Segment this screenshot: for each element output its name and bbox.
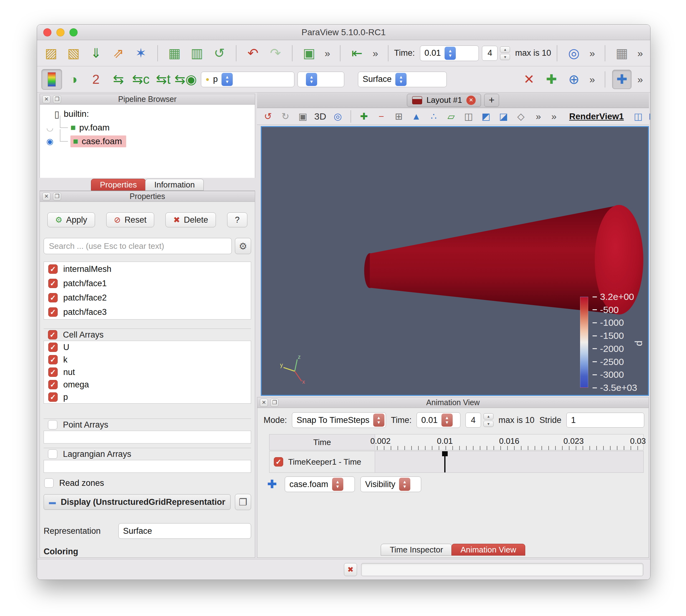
close-panel-icon[interactable]: ✕ [260,399,268,407]
zoom-closest-icon[interactable]: ⊕ [564,70,583,89]
stepper-arrows-icon[interactable] [445,47,456,60]
representation-toolbar-combobox[interactable]: Surface [358,72,447,87]
traffic-close-button[interactable] [43,28,51,37]
array-row[interactable]: patch/face3 [44,305,251,319]
array-checkbox[interactable] [48,264,58,274]
pipeline-item-casefoam[interactable]: ◉ ■ case.foam [40,134,255,148]
open-file-icon[interactable]: ▨ [41,44,61,63]
color-map-editor-button[interactable] [41,69,62,90]
time-combobox[interactable]: 0.01 [420,45,479,61]
reset-button[interactable]: ⊘ Reset [106,213,154,227]
array-checkbox[interactable] [48,343,58,352]
interactive-select-cells-icon[interactable]: ◩ [479,109,493,124]
cell-arrays-checkbox[interactable] [48,330,57,339]
rescale-to-visible-range-icon[interactable]: ⇆◉ [176,70,195,89]
zoom-box-icon[interactable]: ◎ [330,109,345,124]
undo-icon[interactable]: ↶ [243,44,263,63]
calculator-icon[interactable]: ▦ [612,44,631,63]
select-cells-through-icon[interactable]: ▱ [444,109,458,124]
tab-animation-view[interactable]: Animation View [451,544,525,555]
select-points-through-icon[interactable]: ◫ [462,109,476,124]
pipeline-item-pvfoam[interactable]: ◡ ■ pv.foam [40,121,255,134]
camera-redo-icon[interactable]: ↻ [278,109,293,124]
point-arrays-checkbox[interactable] [48,420,57,430]
array-row[interactable]: U [44,341,251,353]
export-scene-icon[interactable]: ⇗ [109,44,128,63]
redo-icon[interactable]: ↷ [266,44,285,63]
float-panel-icon[interactable]: ❐ [53,95,61,103]
stepper-arrows-icon[interactable] [399,478,410,491]
track-source-combobox[interactable]: case.foam [285,477,355,492]
cancel-progress-icon[interactable]: ✖ [344,563,357,576]
display-section-header[interactable]: ▬ Display (UnstructuredGridRepresentatio… [44,494,231,510]
representation-combobox[interactable]: Surface [119,523,251,539]
array-row[interactable]: nut [44,366,251,378]
spin-arrows-icon[interactable] [484,413,493,427]
track-enabled-checkbox[interactable] [274,457,283,466]
stepper-arrows-icon[interactable] [221,73,233,86]
anim-frame-spinbox[interactable]: 4 [466,413,493,427]
array-checkbox[interactable] [48,355,58,365]
search-input[interactable] [44,238,232,254]
view-overflow-chevron[interactable]: » [547,109,561,124]
array-row[interactable]: internalMesh [44,262,251,276]
array-row[interactable]: p [44,391,251,403]
toggle-selection-icon[interactable]: ⊞ [392,109,406,124]
filters-overflow-chevron[interactable]: » [635,44,646,63]
array-row[interactable]: patch/face2 [44,290,251,305]
camera-undo-icon[interactable]: ↺ [261,109,275,124]
anim-time-combobox[interactable]: 0.01 [416,412,460,428]
select-points-on-icon[interactable]: ∴ [427,109,441,124]
rescale-to-data-range-icon[interactable]: ⇆ [109,70,128,89]
legend-title[interactable]: p [634,341,646,346]
array-checkbox[interactable] [48,279,58,288]
spin-arrows-icon[interactable] [500,46,510,60]
array-row[interactable]: omega [44,378,251,391]
first-frame-icon[interactable]: ⇤ [347,44,367,63]
interactive-select-points-icon[interactable]: ◪ [496,109,511,124]
time-marker[interactable] [444,451,446,472]
rescale-to-custom-range-icon[interactable]: ⇆c [131,70,150,89]
camera-overflow-chevron[interactable]: » [322,44,333,63]
zoom-to-data-icon[interactable]: ✕ [519,70,539,89]
tab-information[interactable]: Information [145,179,204,191]
reset-camera-icon[interactable]: ✚ [542,70,561,89]
render-scene[interactable] [262,127,648,395]
timekeeper-track[interactable]: TimeKeeper1 - Time [269,451,375,473]
stepper-arrows-icon[interactable] [306,73,317,86]
stride-input[interactable] [566,413,644,427]
tab-time-inspector[interactable]: Time Inspector [381,544,452,555]
lagrangian-arrays-checkbox[interactable] [48,449,57,459]
close-panel-icon[interactable]: ✕ [42,95,50,103]
traffic-minimize-button[interactable] [57,28,64,37]
delete-button[interactable]: ✖ Delete [166,213,216,227]
render-viewport[interactable]: z y x 3.2e+00-500-1000-1500-2000-2500-30… [261,126,649,396]
legend-bar[interactable] [580,297,588,388]
point-arrays-header[interactable]: Point Arrays [44,419,251,431]
subtract-selection-icon[interactable]: − [374,109,388,124]
read-zones-row[interactable]: Read zones [44,476,251,490]
split-horizontal-icon[interactable]: ◫ [632,110,644,123]
pipeline-item-builtin[interactable]: ▯ builtin: [40,107,255,121]
apply-button[interactable]: ⚙ Apply [47,213,95,227]
array-checkbox[interactable] [48,380,58,389]
timeline-ruler[interactable]: 0.0020.010.0160.0230.03 [375,434,644,450]
layout-tab[interactable]: Layout #1 ✕ [407,94,481,107]
traffic-zoom-button[interactable] [69,28,78,37]
camera-link-icon[interactable]: ▣ [299,44,319,63]
read-zones-checkbox[interactable] [44,478,53,488]
camera-controls-chevron[interactable]: » [586,70,598,89]
array-row[interactable]: patch/face1 [44,276,251,290]
save-data-icon[interactable]: ⇓ [86,44,106,63]
add-selection-icon[interactable]: ✚ [357,109,371,124]
float-panel-icon[interactable]: ❐ [271,399,279,407]
color-field-combobox[interactable]: ● p [201,72,294,87]
toggle-interaction-mode-icon[interactable]: 3D [313,109,327,124]
cell-arrays-header[interactable]: Cell Arrays [44,329,251,341]
tools-overflow-chevron[interactable]: » [586,44,598,63]
reset-session-icon[interactable]: ↺ [210,44,229,63]
title-bar[interactable]: ParaView 5.10.0-RC1 [37,25,650,40]
load-state-icon[interactable]: ▧ [64,44,83,63]
help-button[interactable]: ? [227,213,248,227]
tab-properties[interactable]: Properties [91,179,146,191]
